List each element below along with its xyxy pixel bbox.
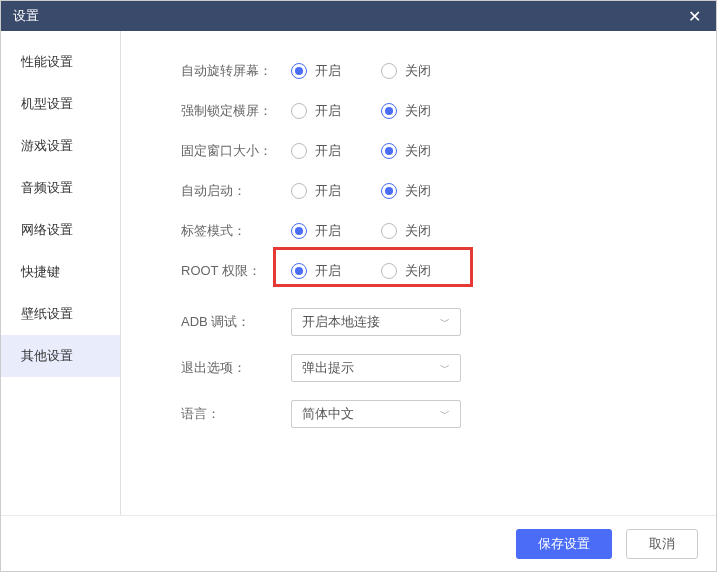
radio-label: 开启 (315, 142, 341, 160)
radio-off[interactable]: 关闭 (381, 222, 431, 240)
sidebar-item[interactable]: 快捷键 (1, 251, 120, 293)
setting-label: 固定窗口大小： (181, 142, 291, 160)
setting-label: 自动启动： (181, 182, 291, 200)
radio-icon (381, 263, 397, 279)
radio-label: 开启 (315, 62, 341, 80)
sidebar: 性能设置机型设置游戏设置音频设置网络设置快捷键壁纸设置其他设置 (1, 31, 121, 515)
radio-off[interactable]: 关闭 (381, 102, 431, 120)
cancel-button[interactable]: 取消 (626, 529, 698, 559)
radio-icon (291, 223, 307, 239)
footer: 保存设置 取消 (1, 515, 716, 571)
setting-row: 强制锁定横屏：开启关闭 (181, 91, 686, 131)
setting-row: 语言：简体中文﹀ (181, 391, 686, 437)
radio-icon (291, 63, 307, 79)
select-value: 弹出提示 (302, 359, 354, 377)
sidebar-item[interactable]: 机型设置 (1, 83, 120, 125)
radio-icon (291, 143, 307, 159)
radio-icon (291, 103, 307, 119)
radio-off[interactable]: 关闭 (381, 142, 431, 160)
radio-icon (291, 183, 307, 199)
radio-label: 关闭 (405, 102, 431, 120)
setting-row: 标签模式：开启关闭 (181, 211, 686, 251)
setting-label: 语言： (181, 405, 291, 423)
sidebar-item[interactable]: 网络设置 (1, 209, 120, 251)
radio-off[interactable]: 关闭 (381, 62, 431, 80)
chevron-down-icon: ﹀ (440, 407, 450, 421)
radio-group: 开启关闭 (291, 62, 431, 80)
sidebar-item[interactable]: 性能设置 (1, 41, 120, 83)
radio-on[interactable]: 开启 (291, 142, 341, 160)
setting-label: 强制锁定横屏： (181, 102, 291, 120)
setting-row: 固定窗口大小：开启关闭 (181, 131, 686, 171)
radio-icon (381, 143, 397, 159)
select-dropdown[interactable]: 开启本地连接﹀ (291, 308, 461, 336)
chevron-down-icon: ﹀ (440, 361, 450, 375)
radio-label: 开启 (315, 222, 341, 240)
chevron-down-icon: ﹀ (440, 315, 450, 329)
radio-group: 开启关闭 (291, 142, 431, 160)
setting-row: 退出选项：弹出提示﹀ (181, 345, 686, 391)
radio-label: 关闭 (405, 62, 431, 80)
select-value: 简体中文 (302, 405, 354, 423)
select-dropdown[interactable]: 弹出提示﹀ (291, 354, 461, 382)
radio-icon (381, 183, 397, 199)
radio-icon (381, 103, 397, 119)
setting-row: 自动启动：开启关闭 (181, 171, 686, 211)
radio-label: 开启 (315, 262, 341, 280)
radio-label: 关闭 (405, 142, 431, 160)
setting-row: ADB 调试：开启本地连接﹀ (181, 299, 686, 345)
radio-group: 开启关闭 (291, 182, 431, 200)
sidebar-item[interactable]: 壁纸设置 (1, 293, 120, 335)
select-dropdown[interactable]: 简体中文﹀ (291, 400, 461, 428)
setting-row: ROOT 权限：开启关闭 (181, 251, 686, 291)
close-icon[interactable]: ✕ (684, 7, 704, 26)
setting-label: 标签模式： (181, 222, 291, 240)
radio-icon (381, 63, 397, 79)
titlebar-title: 设置 (13, 7, 39, 25)
radio-on[interactable]: 开启 (291, 262, 341, 280)
radio-label: 开启 (315, 102, 341, 120)
setting-label: ROOT 权限： (181, 262, 291, 280)
setting-label: 退出选项： (181, 359, 291, 377)
radio-on[interactable]: 开启 (291, 222, 341, 240)
radio-icon (291, 263, 307, 279)
radio-on[interactable]: 开启 (291, 62, 341, 80)
select-value: 开启本地连接 (302, 313, 380, 331)
titlebar: 设置 ✕ (1, 1, 716, 31)
sidebar-item[interactable]: 音频设置 (1, 167, 120, 209)
radio-label: 关闭 (405, 262, 431, 280)
save-button[interactable]: 保存设置 (516, 529, 612, 559)
setting-row: 自动旋转屏幕：开启关闭 (181, 51, 686, 91)
radio-label: 关闭 (405, 222, 431, 240)
radio-label: 开启 (315, 182, 341, 200)
sidebar-item[interactable]: 其他设置 (1, 335, 120, 377)
body: 性能设置机型设置游戏设置音频设置网络设置快捷键壁纸设置其他设置 自动旋转屏幕：开… (1, 31, 716, 515)
radio-on[interactable]: 开启 (291, 182, 341, 200)
radio-group: 开启关闭 (291, 102, 431, 120)
radio-icon (381, 223, 397, 239)
setting-label: ADB 调试： (181, 313, 291, 331)
radio-on[interactable]: 开启 (291, 102, 341, 120)
content: 自动旋转屏幕：开启关闭强制锁定横屏：开启关闭固定窗口大小：开启关闭自动启动：开启… (121, 31, 716, 515)
radio-off[interactable]: 关闭 (381, 262, 431, 280)
radio-group: 开启关闭 (291, 222, 431, 240)
radio-group: 开启关闭 (291, 262, 431, 280)
sidebar-item[interactable]: 游戏设置 (1, 125, 120, 167)
radio-off[interactable]: 关闭 (381, 182, 431, 200)
setting-label: 自动旋转屏幕： (181, 62, 291, 80)
radio-label: 关闭 (405, 182, 431, 200)
settings-window: 设置 ✕ 性能设置机型设置游戏设置音频设置网络设置快捷键壁纸设置其他设置 自动旋… (0, 0, 717, 572)
